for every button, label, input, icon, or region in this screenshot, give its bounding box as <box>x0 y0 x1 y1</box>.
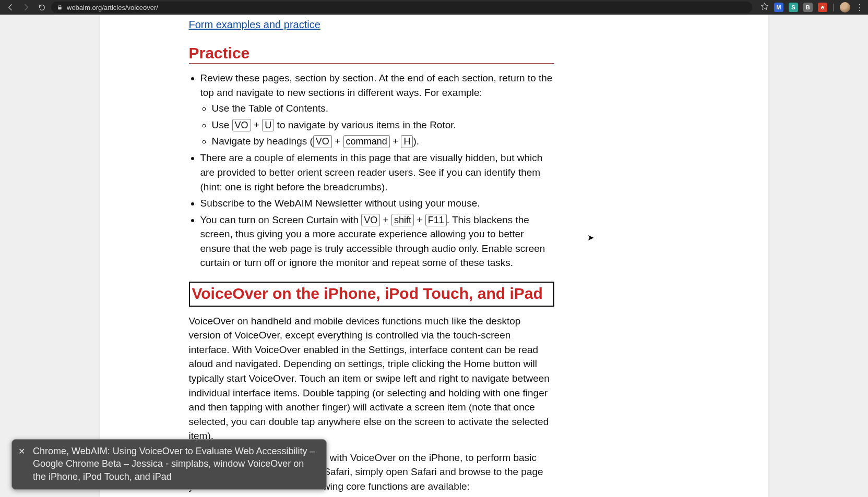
list-item: You can turn on Screen Curtain with VO +… <box>200 213 554 270</box>
text: Use <box>212 119 232 130</box>
reload-button[interactable] <box>35 1 48 14</box>
text: ). <box>413 136 419 147</box>
text: + <box>332 136 343 147</box>
toolbar-right: M S B e | ⋮ <box>755 2 864 13</box>
list-item: Subscribe to the WebAIM Newsletter witho… <box>200 196 554 211</box>
list-item: There are a couple of elements in this p… <box>200 151 554 194</box>
kbd-vo: VO <box>361 214 380 227</box>
text: There are a couple of elements in this p… <box>200 152 543 192</box>
menu-kebab-icon[interactable]: ⋮ <box>855 3 864 13</box>
svg-rect-0 <box>58 7 61 9</box>
text: Use the Table of Contents. <box>212 103 329 114</box>
voiceover-caption-panel: ✕ Chrome, WebAIM: Using VoiceOver to Eva… <box>11 439 327 490</box>
text: + <box>414 214 425 225</box>
kbd-shift: shift <box>391 214 414 227</box>
url-text: webaim.org/articles/voiceover/ <box>67 4 158 11</box>
back-button[interactable] <box>4 1 17 14</box>
kbd-vo: VO <box>232 119 251 132</box>
text: You can turn on Screen Curtain with <box>200 214 362 225</box>
text: Subscribe to the WebAIM Newsletter witho… <box>200 198 480 209</box>
extension-badge-3[interactable]: B <box>803 3 813 12</box>
kbd-f11: F11 <box>425 214 447 227</box>
list-item: Navigate by headings (VO + command + H). <box>212 134 554 149</box>
list-item: Use the Table of Contents. <box>212 101 554 116</box>
kbd-command: command <box>343 135 390 148</box>
text: + <box>380 214 391 225</box>
extension-badge-1[interactable]: M <box>774 3 783 12</box>
form-examples-link[interactable]: Form examples and practice <box>189 19 320 30</box>
text: + <box>251 119 263 130</box>
practice-heading: Practice <box>189 44 554 64</box>
extension-badge-4[interactable]: e <box>818 3 827 12</box>
kbd-u: U <box>262 119 274 132</box>
forward-button[interactable] <box>20 1 32 14</box>
caption-text: Chrome, WebAIM: Using VoiceOver to Evalu… <box>33 446 315 482</box>
profile-avatar[interactable] <box>840 2 850 13</box>
text: + <box>390 136 401 147</box>
close-icon[interactable]: ✕ <box>18 446 25 457</box>
mobile-heading-focused: VoiceOver on the iPhone, iPod Touch, and… <box>189 282 554 307</box>
text: Navigate by headings ( <box>212 136 313 147</box>
paragraph: VoiceOver on handheld and mobile devices… <box>189 314 554 443</box>
browser-toolbar: webaim.org/articles/voiceover/ M S B e |… <box>0 0 868 15</box>
kbd-vo: VO <box>313 135 332 148</box>
text: to navigate by various items in the Roto… <box>274 119 456 130</box>
address-bar[interactable]: webaim.org/articles/voiceover/ <box>51 2 752 13</box>
page-content: Form examples and practice Practice Revi… <box>100 15 768 497</box>
list-item: Use VO + U to navigate by various items … <box>212 117 554 132</box>
kbd-h: H <box>401 135 413 148</box>
list-item: Review these pages, section by section. … <box>200 71 554 149</box>
bookmark-star-icon[interactable] <box>760 2 769 13</box>
practice-list: Review these pages, section by section. … <box>189 71 554 270</box>
lock-icon <box>56 4 63 10</box>
extension-badge-2[interactable]: S <box>789 3 798 12</box>
text: Review these pages, section by section. … <box>200 72 553 98</box>
